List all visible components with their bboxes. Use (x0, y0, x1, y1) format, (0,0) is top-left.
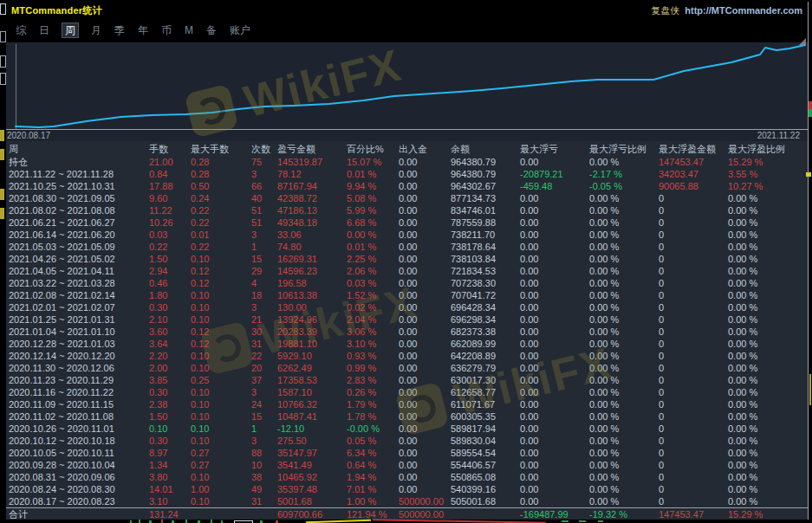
column-header-2[interactable]: 最大手数 (191, 144, 251, 154)
column-header-3[interactable]: 次数 (251, 144, 277, 154)
table-row[interactable]: 2021.06.21 ~ 2021.06.2710.260.225149348.… (6, 216, 808, 229)
table-row[interactable]: 2021.08.30 ~ 2021.09.059.600.244042388.7… (6, 192, 808, 204)
cell-7: 630017.30 (451, 375, 520, 385)
menu-item-quarter[interactable]: 季 (114, 23, 125, 37)
cell-6: 0.00 (399, 290, 451, 300)
cell-8: 0.00 (520, 302, 589, 313)
column-header-8[interactable]: 最大浮亏 (520, 144, 589, 154)
cell-10: 0 (659, 399, 728, 410)
column-header-10[interactable]: 最大浮盈金额 (659, 144, 728, 154)
table-row[interactable]: 2021.01.04 ~ 2021.01.103.600.123020283.3… (6, 326, 808, 338)
cell-5: 0.00 % (347, 229, 399, 240)
table-row-position[interactable]: 持仓21.000.2875145319.8715.07 %0.00964380.… (6, 156, 808, 168)
cell-2: 0.10 (191, 351, 251, 361)
table-row[interactable]: 2020.11.23 ~ 2020.11.293.850.253717358.5… (6, 374, 808, 386)
cell-10: 90065.88 (659, 181, 728, 191)
cell-6: 0.00 (399, 266, 451, 276)
table-row[interactable]: 2020.08.17 ~ 2020.08.233.100.10315001.68… (6, 495, 808, 507)
menu-item-overview[interactable]: 综 (16, 23, 26, 37)
table-row[interactable]: 2020.12.14 ~ 2020.12.202.200.10225929.10… (6, 350, 808, 362)
cell-10: 0 (659, 254, 728, 264)
cell-10: 147453.47 (659, 509, 728, 520)
menu-item-week[interactable]: 周 (62, 23, 78, 37)
table-row-total[interactable]: 合计131.24609700.66121.94 %500000.00-16948… (6, 507, 808, 520)
cell-11: 0.00 % (728, 290, 808, 300)
cell-4: 74.80 (277, 242, 347, 252)
menu-item-backup[interactable]: 备 (206, 23, 217, 37)
cell-4: -12.10 (277, 423, 347, 434)
table-header: 周手数最大手数次数盈亏金额百分比%出入金余额最大浮亏最大浮亏比例最大浮盈金额最大… (6, 141, 808, 156)
chart-end-date: 2021.11.22 (757, 131, 800, 140)
table-row[interactable]: 2021.02.01 ~ 2021.02.070.300.103130.000.… (6, 301, 808, 313)
cell-7: 738178.64 (451, 242, 520, 252)
cell-11: 0.00 % (728, 484, 808, 494)
table-row[interactable]: 2020.09.28 ~ 2020.10.041.340.27103541.49… (6, 459, 808, 471)
cell-7: 964380.79 (451, 157, 520, 167)
table-row[interactable]: 2020.11.02 ~ 2020.11.081.500.101510487.4… (6, 410, 808, 423)
cell-9: 0.00 % (589, 302, 659, 313)
cell-4: 10487.41 (277, 411, 347, 422)
table-row[interactable]: 2021.10.25 ~ 2021.10.3117.880.506687167.… (6, 180, 808, 192)
table-row[interactable]: 2020.11.30 ~ 2020.12.062.000.10206262.49… (6, 362, 808, 374)
table-row[interactable]: 2021.03.22 ~ 2021.03.280.460.124196.580.… (6, 277, 808, 289)
table-row[interactable]: 2020.08.31 ~ 2020.09.063.800.103810465.9… (6, 471, 808, 483)
table-row[interactable]: 2021.11.22 ~ 2021.11.280.840.28378.120.0… (6, 168, 808, 180)
menu-item-m[interactable]: M (185, 23, 193, 37)
column-header-1[interactable]: 手数 (149, 144, 191, 154)
cell-1: 3.80 (149, 472, 191, 482)
cell-8: 0.00 (520, 290, 589, 300)
cell-6: 0.00 (399, 205, 451, 216)
cell-10: 0 (659, 217, 728, 228)
table-row[interactable]: 2021.04.26 ~ 2021.05.021.500.101516269.3… (6, 253, 808, 265)
cell-0: 2020.12.14 ~ 2020.12.20 (9, 351, 149, 361)
cell-1: 0.22 (149, 242, 191, 252)
cell-10: 0 (659, 411, 728, 422)
column-header-9[interactable]: 最大浮亏比例 (589, 144, 659, 154)
menu-item-year[interactable]: 年 (138, 23, 148, 37)
cell-0: 2021.06.14 ~ 2021.06.20 (9, 229, 149, 240)
chart-start-date: 2020.08.17 (7, 131, 50, 140)
table-row[interactable]: 2020.10.12 ~ 2020.10.180.300.103275.500.… (6, 435, 808, 447)
column-header-6[interactable]: 出入金 (399, 144, 451, 154)
table-row[interactable]: 2020.11.09 ~ 2020.11.152.380.102410766.3… (6, 398, 808, 410)
table-row[interactable]: 2021.06.14 ~ 2021.06.200.030.01333.060.0… (6, 229, 808, 241)
column-header-0[interactable]: 周 (9, 144, 149, 154)
cell-8: 0.00 (520, 484, 589, 494)
column-header-4[interactable]: 盈亏金额 (277, 144, 347, 154)
column-header-5[interactable]: 百分比% (347, 144, 399, 154)
cell-10: 0 (659, 484, 728, 494)
cell-8: 0.00 (520, 205, 589, 216)
table-row[interactable]: 2020.11.16 ~ 2020.11.220.300.1031587.100… (6, 386, 808, 398)
column-header-11[interactable]: 最大浮盈比例 (728, 144, 808, 154)
cell-3: 75 (251, 157, 277, 167)
table-row[interactable]: 2021.04.05 ~ 2021.04.112.940.122914596.2… (6, 265, 808, 277)
cell-10: 0 (659, 205, 728, 216)
menu-item-currency[interactable]: 币 (161, 23, 172, 37)
table-row[interactable]: 2021.01.25 ~ 2021.01.312.100.102113924.9… (6, 313, 808, 326)
cell-11: 3.55 % (728, 169, 808, 179)
cell-7: 505001.68 (451, 496, 520, 507)
cell-1: 0.10 (149, 423, 191, 434)
cell-11: 0.00 % (728, 387, 808, 397)
cell-2: 0.22 (191, 205, 251, 216)
table-row[interactable]: 2020.10.26 ~ 2020.11.010.100.101-12.10-0… (6, 423, 808, 435)
menu-item-account[interactable]: 账户 (230, 23, 250, 37)
table-row[interactable]: 2021.05.03 ~ 2021.05.090.220.22174.800.0… (6, 241, 808, 253)
column-header-7[interactable]: 余额 (451, 144, 520, 154)
cell-6: 500000.00 (399, 496, 451, 507)
menu-item-day[interactable]: 日 (39, 23, 49, 37)
cell-10: 0 (659, 193, 728, 203)
cell-3: 31 (251, 339, 277, 349)
resize-grip (799, 38, 806, 45)
table-row[interactable]: 2020.12.28 ~ 2021.01.033.640.123119881.1… (6, 338, 808, 350)
cell-6: 0.00 (399, 423, 451, 434)
table-row[interactable]: 2020.08.24 ~ 2020.08.3014.011.004935397.… (6, 483, 808, 495)
cell-9: 0.00 % (589, 339, 659, 349)
cell-2: 0.10 (191, 254, 251, 264)
menu-item-month[interactable]: 月 (91, 23, 101, 37)
cell-9: 0.00 % (589, 217, 659, 228)
table-row[interactable]: 2020.10.05 ~ 2020.10.118.970.278835147.9… (6, 447, 808, 459)
table-row[interactable]: 2021.08.02 ~ 2021.08.0811.220.225147186.… (6, 204, 808, 216)
cell-9: 0.00 % (589, 314, 659, 325)
table-row[interactable]: 2021.02.08 ~ 2021.02.141.800.101810613.3… (6, 289, 808, 301)
